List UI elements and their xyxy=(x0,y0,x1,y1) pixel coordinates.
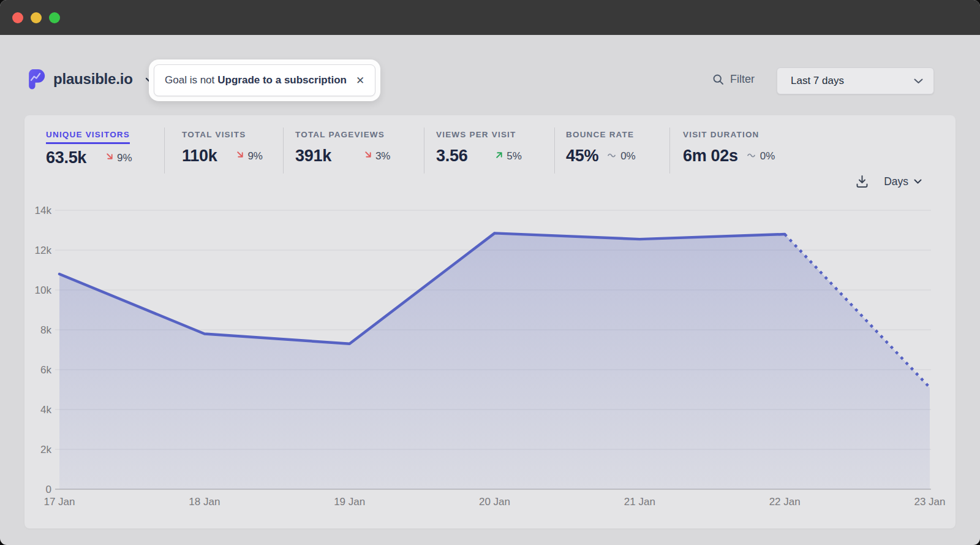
filter-prefix: Goal is not xyxy=(165,74,214,86)
filter-button-label: Filter xyxy=(730,73,755,86)
date-range-select[interactable]: Last 7 days xyxy=(777,67,934,94)
minimize-window-button[interactable] xyxy=(31,12,42,23)
svg-text:21 Jan: 21 Jan xyxy=(624,496,655,508)
svg-text:12k: 12k xyxy=(35,245,52,256)
filter-goal-condition[interactable]: Goal is not Upgrade to a subscription ✕ xyxy=(154,64,375,96)
svg-text:2k: 2k xyxy=(40,444,51,455)
site-name: plausible.io xyxy=(53,71,133,88)
svg-text:14k: 14k xyxy=(35,205,52,216)
filter-value: Upgrade to a subscription xyxy=(217,74,347,86)
svg-text:20 Jan: 20 Jan xyxy=(479,496,510,508)
dashboard-card: UNIQUE VISITORS63.5k9%TOTAL VISITS110k9%… xyxy=(24,115,956,528)
svg-text:4k: 4k xyxy=(40,404,51,416)
app-window: plausible.io Goal is not Upgrade to a su… xyxy=(0,0,980,545)
search-icon xyxy=(712,74,725,86)
macos-titlebar xyxy=(0,0,980,35)
filter-button[interactable]: Filter xyxy=(712,73,755,86)
svg-text:18 Jan: 18 Jan xyxy=(189,496,220,508)
remove-filter-icon[interactable]: ✕ xyxy=(356,75,364,86)
svg-text:19 Jan: 19 Jan xyxy=(334,496,365,508)
active-filter-pill: Goal is not Upgrade to a subscription ✕ xyxy=(149,59,380,101)
svg-text:22 Jan: 22 Jan xyxy=(769,496,801,508)
svg-text:10k: 10k xyxy=(35,284,52,296)
svg-text:6k: 6k xyxy=(40,364,51,376)
svg-text:23 Jan: 23 Jan xyxy=(914,496,945,508)
site-switcher[interactable]: plausible.io xyxy=(26,69,155,90)
plausible-logo-icon xyxy=(26,69,45,90)
maximize-window-button[interactable] xyxy=(49,12,60,23)
svg-text:8k: 8k xyxy=(40,324,51,336)
close-window-button[interactable] xyxy=(12,12,23,23)
date-range-value: Last 7 days xyxy=(791,75,844,87)
svg-text:17 Jan: 17 Jan xyxy=(43,496,75,508)
chevron-down-icon xyxy=(914,78,923,84)
visitors-area-chart[interactable]: 02k4k6k8k10k12k14k17 Jan18 Jan19 Jan20 J… xyxy=(24,115,956,528)
svg-text:0: 0 xyxy=(46,484,51,495)
